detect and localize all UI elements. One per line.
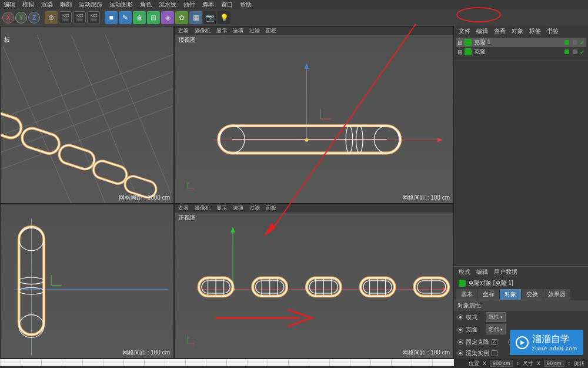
clone-dropdown[interactable]: 迭代 [486, 324, 506, 334]
viewport-perspective[interactable]: 板 [0, 26, 174, 204]
radio-icon[interactable] [457, 350, 463, 356]
vp-menu-item[interactable]: 显示 [216, 204, 227, 212]
radio-icon[interactable] [457, 339, 463, 345]
object-tree-item[interactable]: ⊞ 克隆 1 ✓ [456, 38, 586, 47]
menu-item[interactable]: 窗口 [221, 1, 233, 9]
render-settings-button[interactable]: 🎬 [87, 11, 100, 24]
vp-menu-item[interactable]: 选项 [233, 204, 243, 212]
object-manager: 文件 编辑 查看 对象 标签 书签 ⊞ 克隆 1 ✓ ⊞ [454, 26, 588, 58]
radio-icon[interactable] [457, 327, 463, 333]
grid-status: 网格间距 : 100 cm [402, 349, 450, 357]
menu-item[interactable]: 编辑 [4, 1, 15, 9]
pos-x-field[interactable]: 900 cm [490, 360, 513, 367]
axis-gizmo: ZX [182, 173, 199, 190]
radio-icon[interactable] [457, 314, 463, 320]
svg-rect-13 [57, 143, 97, 172]
mode-dropdown[interactable]: 线性 [486, 312, 506, 322]
vp-menu-item[interactable]: 面板 [266, 27, 276, 35]
render-toggle[interactable] [573, 49, 577, 54]
timeline-ruler[interactable] [0, 359, 454, 366]
enable-check[interactable]: ✓ [580, 39, 584, 46]
viewport-right[interactable]: 网格间距 : 100 cm [0, 204, 174, 359]
om-menu-item[interactable]: 文件 [459, 27, 470, 35]
play-icon [516, 336, 529, 349]
object-tree-item[interactable]: ⊞ 克隆 ✓ [456, 47, 586, 57]
pen-tool-button[interactable]: ✎ [119, 11, 132, 24]
om-menu-item[interactable]: 标签 [529, 27, 541, 35]
visibility-toggle[interactable] [564, 49, 569, 54]
viewport-top[interactable]: 查看 摄像机 显示 选项 过滤 面板 顶视图 [174, 26, 454, 204]
deformer-button[interactable]: ◈ [161, 11, 174, 24]
om-menu-item[interactable]: 对象 [512, 27, 523, 35]
tab-object[interactable]: 对象 [500, 289, 521, 300]
attr-menu-item[interactable]: 模式 [459, 268, 470, 276]
axis-y-button[interactable]: Y [15, 12, 27, 24]
tab-basic[interactable]: 基本 [456, 289, 477, 300]
vp-menu-item[interactable]: 摄像机 [195, 27, 211, 35]
menu-item[interactable]: 运动跟踪 [79, 1, 102, 9]
enable-check[interactable]: ✓ [580, 49, 584, 55]
svg-rect-11 [19, 126, 61, 156]
watermark-url: zixue.3d66.com [532, 346, 577, 352]
axis-x-button[interactable]: X [2, 12, 14, 24]
environment-button[interactable]: ✿ [175, 11, 188, 24]
mograph-icon [459, 280, 466, 287]
menu-item[interactable]: 流水线 [159, 1, 176, 9]
floor-button[interactable]: ▦ [189, 11, 202, 24]
vp-menu-item[interactable]: 过滤 [249, 27, 260, 35]
nurbs-button[interactable]: ◉ [133, 11, 146, 24]
viewport-front[interactable]: 查看 摄像机 显示 选项 过滤 面板 正视图 [174, 204, 454, 359]
expand-icon[interactable]: ⊞ [457, 49, 462, 55]
tab-coord[interactable]: 坐标 [478, 289, 499, 300]
menu-item[interactable]: 脚本 [202, 1, 214, 9]
hud-label: 位置 [469, 360, 479, 367]
svg-line-3 [1, 46, 173, 125]
axis-z-button[interactable]: Z [28, 12, 40, 24]
menu-item[interactable]: 帮助 [240, 1, 252, 9]
mograph-icon [465, 39, 472, 46]
tab-transform[interactable]: 变换 [522, 289, 543, 300]
mograph-icon [465, 48, 472, 55]
svg-marker-21 [437, 138, 443, 142]
om-menu-item[interactable]: 查看 [494, 27, 506, 35]
fix-clone-checkbox[interactable] [492, 339, 497, 345]
vp-menu-item[interactable]: 摄像机 [195, 204, 211, 212]
vp-menu-item[interactable]: 查看 [178, 204, 189, 212]
om-menu-item[interactable]: 编辑 [476, 27, 488, 35]
menu-item[interactable]: 角色 [140, 1, 152, 9]
menu-item[interactable]: 运动图形 [109, 1, 133, 9]
hud-label: 尺寸 [523, 360, 533, 367]
menu-item[interactable]: 模拟 [22, 1, 34, 9]
attr-menu-item[interactable]: 用户数据 [494, 268, 517, 276]
light-button[interactable]: 💡 [218, 11, 230, 24]
attr-object-title: 克隆对象 [克隆 1] [468, 279, 513, 287]
vp-menu-item[interactable]: 查看 [178, 27, 189, 35]
camera-button[interactable]: 📷 [203, 11, 216, 24]
render-button[interactable]: 🎬 [59, 11, 72, 24]
expand-icon[interactable]: ⊞ [457, 39, 462, 46]
coord-button[interactable]: ⊕ [45, 11, 58, 24]
vp-menu-item[interactable]: 选项 [233, 27, 243, 35]
size-x-field[interactable]: 90 cm [544, 360, 564, 367]
vp-menu-item[interactable]: 过滤 [249, 204, 260, 212]
tab-effector[interactable]: 效果器 [543, 289, 570, 300]
hud-axis: X [483, 360, 486, 366]
menu-item[interactable]: 渲染 [41, 1, 53, 9]
svg-line-5 [37, 35, 105, 203]
vp-menu-item[interactable]: 面板 [266, 204, 276, 212]
array-button[interactable]: ⊞ [147, 11, 160, 24]
cube-primitive-button[interactable]: ■ [105, 11, 118, 24]
menu-item[interactable]: 雕刻 [60, 1, 72, 9]
render-instance-checkbox[interactable] [492, 350, 497, 356]
om-menu-item[interactable]: 书签 [547, 27, 559, 35]
render-region-button[interactable]: 🎬 [73, 11, 86, 24]
vp-menu-item[interactable]: 显示 [216, 27, 227, 35]
svg-line-4 [3, 46, 71, 203]
attr-menu-item[interactable]: 编辑 [476, 268, 488, 276]
menu-item[interactable]: 插件 [183, 1, 195, 9]
svg-rect-15 [91, 159, 129, 186]
watermark-text: 溜溜自学 [532, 333, 577, 346]
render-toggle[interactable] [573, 40, 577, 45]
svg-marker-19 [305, 63, 309, 69]
visibility-toggle[interactable] [564, 40, 569, 45]
